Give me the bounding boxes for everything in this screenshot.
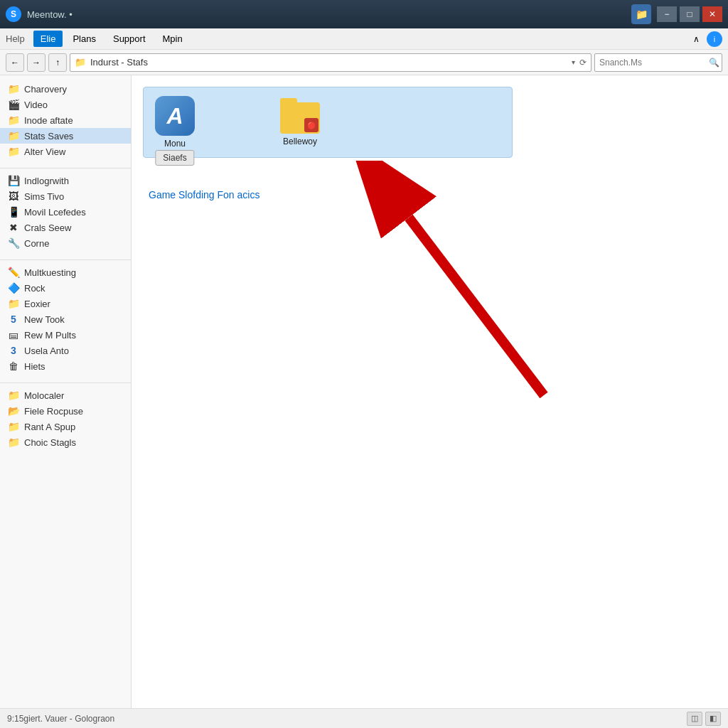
sidebar-item-multkuesting[interactable]: ✏️ Multkuesting xyxy=(0,264,131,280)
sidebar-group-4: 📁 Molocaler 📂 Fiele Rocpuse 📁 Rant A Spu… xyxy=(0,387,131,450)
back-button[interactable]: ← xyxy=(6,53,24,72)
sidebar-label: Stats Saves xyxy=(24,131,73,141)
help-menu[interactable]: Help xyxy=(6,33,25,44)
status-icon-1[interactable]: ◫ xyxy=(687,712,702,726)
sidebar-item-eoxier[interactable]: 📁 Eoxier xyxy=(0,296,131,311)
refresh-icon[interactable]: ⟳ xyxy=(579,58,587,68)
menu-item-support[interactable]: Support xyxy=(106,31,153,47)
sidebar-item-fiele-rocpuse[interactable]: 📂 Fiele Rocpuse xyxy=(0,403,131,419)
sidebar-label: Multkuesting xyxy=(24,267,76,278)
sidebar-label: Sims Tivo xyxy=(24,191,64,202)
maximize-button[interactable]: □ xyxy=(680,6,700,22)
sidebar-label: Corne xyxy=(24,238,49,249)
app-logo: S xyxy=(6,6,21,22)
address-bar[interactable]: 📁 Indurst - Stafs ▾ ⟳ xyxy=(70,53,592,72)
sidebar-label: Eoxier xyxy=(24,299,50,309)
folder-icon: 📁 xyxy=(7,298,20,309)
folder-icon-large: 🔴 xyxy=(280,98,320,134)
search-input[interactable] xyxy=(599,58,706,68)
sidebar-item-new-took[interactable]: 5 New Took xyxy=(0,311,131,327)
content-area: A Monu Siaefs 🔴 Bellewoy Game Slofding F… xyxy=(132,75,728,708)
sidebar-item-rant-a-spup[interactable]: 📁 Rant A Spup xyxy=(0,419,131,434)
folder-icon: 📁 xyxy=(7,83,20,95)
folder-icon: 📁 xyxy=(7,421,20,432)
file-label-monu: Monu xyxy=(164,139,186,149)
folder-icon: 📁 xyxy=(7,146,20,157)
divider-2 xyxy=(0,259,131,260)
search-bar[interactable]: 🔍 xyxy=(594,53,722,72)
status-bar: 9:15giert. Vauer - Golograon ◫ ◧ xyxy=(0,708,728,728)
sidebar-item-alter-view[interactable]: 📁 Alter View xyxy=(0,144,131,159)
up-button[interactable]: ↑ xyxy=(48,53,67,72)
sidebar-label: Inode aftate xyxy=(24,115,73,126)
folder-address-icon: 📁 xyxy=(75,57,86,68)
sidebar-label: Hiets xyxy=(24,361,46,372)
sidebar-item-movil[interactable]: 📱 Movil Lcefedes xyxy=(0,204,131,220)
edit-icon: ✏️ xyxy=(7,267,20,278)
address-dropdown-icon[interactable]: ▾ xyxy=(572,58,575,66)
file-item-monu[interactable]: A Monu Siaefs xyxy=(155,96,195,149)
sidebar-item-molocaler[interactable]: 📁 Molocaler xyxy=(0,387,131,403)
close-icon: ✖ xyxy=(7,222,20,233)
image-icon: 🖼 xyxy=(7,191,20,202)
sidebar-label: Rock xyxy=(24,283,46,294)
menu-item-elie[interactable]: Elie xyxy=(33,31,63,47)
window-controls: − □ ✕ xyxy=(657,6,722,22)
file-item-bellewoy[interactable]: 🔴 Bellewoy xyxy=(280,98,320,146)
num5-icon: 5 xyxy=(7,314,20,325)
status-text: 9:15giert. Vauer - Golograon xyxy=(7,714,681,724)
sidebar-item-choic-stagls[interactable]: 📁 Choic Stagls xyxy=(0,434,131,450)
sidebar-item-stats-saves[interactable]: 📁 Stats Saves xyxy=(0,128,131,144)
menu-bar: Help Elie Plans Support Mpin ∧ i xyxy=(0,28,728,50)
sidebar-label: Molocaler xyxy=(24,390,64,401)
forward-button[interactable]: → xyxy=(27,53,46,72)
sidebar-label: Usela Anto xyxy=(24,346,69,356)
app-icon-sm: 🔧 xyxy=(7,237,20,249)
tooltip-button[interactable]: Siaefs xyxy=(155,150,194,166)
sidebar-label: Video xyxy=(24,100,48,110)
nav-bar: ← → ↑ 📁 Indurst - Stafs ▾ ⟳ 🔍 xyxy=(0,50,728,75)
app-icon-sm: 📱 xyxy=(7,206,20,218)
minimize-button[interactable]: − xyxy=(657,6,677,22)
folder-icon: 📁 xyxy=(7,114,20,126)
menu-item-plans[interactable]: Plans xyxy=(65,31,103,47)
sidebar-group-1: 📁 Charovery 🎬 Video 📁 Inode aftate 📁 Sta… xyxy=(0,81,131,159)
trash-icon: 🗑 xyxy=(7,360,20,372)
title-bar: S Meentow. • 📁 − □ ✕ xyxy=(0,0,728,28)
main-layout: 📁 Charovery 🎬 Video 📁 Inode aftate 📁 Sta… xyxy=(0,75,728,708)
folder-body: 🔴 xyxy=(280,102,320,134)
chevron-up-icon[interactable]: ∧ xyxy=(688,31,704,47)
sidebar-item-hiets[interactable]: 🗑 Hiets xyxy=(0,358,131,374)
drive2-icon: 🖴 xyxy=(7,329,20,341)
sidebar-item-rew-m-pults[interactable]: 🖴 Rew M Pults xyxy=(0,327,131,343)
sidebar-item-indlogrwith[interactable]: 💾 Indlogrwith xyxy=(0,173,131,188)
sidebar-item-inode-aftate[interactable]: 📁 Inode aftate xyxy=(0,112,131,128)
sidebar-label: Charovery xyxy=(24,84,67,95)
folder2-icon: 📂 xyxy=(7,405,20,417)
status-icon-2[interactable]: ◧ xyxy=(705,712,721,726)
sidebar-item-usela-anto[interactable]: 3 Usela Anto xyxy=(0,343,131,358)
search-icon[interactable]: 🔍 xyxy=(709,58,719,68)
sidebar-group-3: ✏️ Multkuesting 🔷 Rock 📁 Eoxier 5 New To… xyxy=(0,264,131,374)
sidebar-label: New Took xyxy=(24,314,65,325)
sidebar-label: Rant A Spup xyxy=(24,422,75,432)
folder-overlay-icon: 🔴 xyxy=(304,118,318,132)
address-text: Indurst - Stafs xyxy=(90,57,567,68)
user-avatar[interactable]: i xyxy=(707,31,722,47)
sidebar-item-corne[interactable]: 🔧 Corne xyxy=(0,235,131,251)
sidebar-item-rock[interactable]: 🔷 Rock xyxy=(0,280,131,296)
sidebar-label: Choic Stagls xyxy=(24,437,76,448)
sidebar-item-video[interactable]: 🎬 Video xyxy=(0,97,131,112)
sidebar-label: Movil Lcefedes xyxy=(24,207,86,218)
sidebar-item-sims-tivo[interactable]: 🖼 Sims Tivo xyxy=(0,188,131,204)
divider-3 xyxy=(0,382,131,383)
app-icon-large: A xyxy=(155,96,195,136)
selected-items-panel: A Monu Siaefs 🔴 Bellewoy xyxy=(143,87,513,158)
close-button[interactable]: ✕ xyxy=(702,6,722,22)
title-text: Meentow. • xyxy=(27,9,626,20)
svg-line-1 xyxy=(409,218,544,395)
sidebar-item-charovery[interactable]: 📁 Charovery xyxy=(0,81,131,97)
sidebar-label: Fiele Rocpuse xyxy=(24,406,83,417)
sidebar-item-crals-seew[interactable]: ✖ Crals Seew xyxy=(0,220,131,235)
menu-item-mpin[interactable]: Mpin xyxy=(156,31,190,47)
